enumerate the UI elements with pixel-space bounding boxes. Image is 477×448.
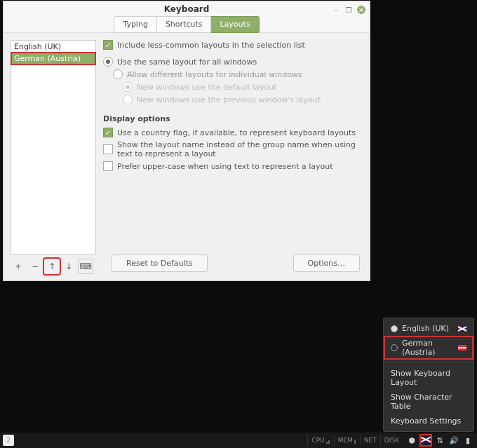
settings-panel: ✓ Include less-common layouts in the sel… [103, 40, 363, 274]
disk-label: DISK [384, 437, 399, 444]
flag-uk-icon [421, 437, 431, 444]
keyboard-settings-window: Keyboard – ❐ ✕ Typing Shortcuts Layouts … [3, 1, 370, 281]
options-button[interactable]: Options… [293, 254, 360, 272]
include-less-common-row[interactable]: ✓ Include less-common layouts in the sel… [103, 40, 363, 50]
display-options-heading: Display options [103, 114, 363, 123]
minimize-button[interactable]: – [332, 6, 340, 14]
use-flag-label: Use a country flag, if available, to rep… [117, 128, 356, 137]
net-monitor[interactable]: NET [360, 435, 380, 446]
popup-show-keyboard-layout[interactable]: Show Keyboard Layout [384, 366, 473, 390]
new-default-radio [123, 82, 133, 92]
include-less-common-checkbox[interactable]: ✓ [103, 40, 113, 50]
reset-defaults-button[interactable]: Reset to Defaults [112, 254, 208, 272]
layout-item-german-austria[interactable]: German (Austria) [11, 52, 96, 65]
prefer-upper-label: Prefer upper-case when using text to rep… [117, 162, 333, 171]
prefer-upper-checkbox[interactable] [103, 161, 113, 171]
taskbar-app-button[interactable]: 2 [3, 435, 14, 446]
new-default-row: New windows use the default layout [123, 82, 363, 92]
cpu-bars-icon [326, 437, 330, 444]
tab-typing[interactable]: Typing [114, 16, 157, 33]
new-previous-radio [123, 95, 133, 104]
tab-layouts[interactable]: Layouts [211, 16, 259, 33]
allow-diff-row[interactable]: Allow different layouts for individual w… [113, 69, 363, 79]
same-layout-label: Use the same layout for all windows [117, 57, 257, 67]
add-layout-button[interactable]: + [11, 259, 26, 274]
allow-diff-radio[interactable] [113, 69, 123, 79]
popup-action-label: Show Character Table [391, 393, 466, 411]
shield-icon[interactable]: ⬢ [407, 435, 417, 445]
tray-end-icon[interactable]: ▮ [463, 435, 473, 445]
same-layout-radio[interactable] [103, 57, 113, 67]
maximize-button[interactable]: ❐ [344, 6, 353, 14]
popup-action-label: Keyboard Settings [391, 416, 461, 426]
new-previous-row: New windows use the previous window's la… [123, 95, 363, 104]
include-less-common-label: Include less-common layouts in the selec… [117, 41, 305, 50]
popup-action-label: Show Keyboard Layout [391, 369, 466, 387]
layout-indicator-menu: English (UK) German (Austria) Show Keybo… [383, 318, 474, 432]
show-layout-name-row[interactable]: Show the layout name instead of the grou… [103, 140, 363, 158]
move-up-button[interactable]: ↑ [44, 259, 60, 274]
popup-show-character-table[interactable]: Show Character Table [384, 390, 473, 414]
new-previous-label: New windows use the previous window's la… [137, 95, 321, 104]
mem-label: MEM [338, 437, 353, 444]
tab-bar: Typing Shortcuts Layouts [4, 16, 370, 33]
cpu-label: CPU [311, 437, 324, 444]
layout-list[interactable]: English (UK) German (Austria) [11, 40, 96, 254]
popup-layout-label: English (UK) [402, 324, 449, 333]
tab-shortcuts[interactable]: Shortcuts [157, 16, 212, 33]
mem-monitor[interactable]: MEM [334, 435, 360, 446]
network-icon[interactable]: ⇅ [435, 435, 445, 445]
keyboard-layout-indicator[interactable] [421, 435, 431, 445]
use-flag-row[interactable]: ✓ Use a country flag, if available, to r… [103, 128, 363, 137]
preview-layout-button[interactable]: ⌨ [78, 259, 93, 274]
mem-bars-icon [354, 437, 356, 444]
taskbar: 2 CPU MEM NET DISK ⬢ ⇅ 🔊 ▮ [0, 433, 477, 448]
popup-layout-label: German (Austria) [402, 339, 454, 357]
system-tray: ⬢ ⇅ 🔊 ▮ [403, 435, 477, 445]
same-layout-row[interactable]: Use the same layout for all windows [103, 57, 363, 67]
titlebar: Keyboard – ❐ ✕ Typing Shortcuts Layouts [4, 1, 370, 33]
window-controls: – ❐ ✕ [332, 6, 365, 14]
remove-layout-button[interactable]: − [27, 259, 43, 274]
show-layout-name-checkbox[interactable] [103, 144, 113, 154]
flag-uk-icon [458, 326, 466, 332]
flag-at-icon [458, 345, 466, 351]
cpu-monitor[interactable]: CPU [307, 435, 333, 446]
use-flag-checkbox[interactable]: ✓ [103, 128, 113, 137]
popup-separator [384, 362, 473, 363]
window-body: English (UK) German (Austria) + − ↑ ↓ ⌨ … [4, 33, 370, 281]
footer-buttons: Options… [293, 254, 360, 272]
net-label: NET [364, 437, 377, 444]
allow-diff-label: Allow different layouts for individual w… [127, 70, 302, 79]
show-layout-name-label: Show the layout name instead of the grou… [117, 140, 363, 158]
layout-item-english-uk[interactable]: English (UK) [11, 41, 95, 53]
new-default-label: New windows use the default layout [137, 83, 277, 92]
window-title: Keyboard [4, 1, 370, 14]
popup-layout-english-uk[interactable]: English (UK) [384, 321, 473, 336]
layout-toolbar: + − ↑ ↓ ⌨ [11, 259, 96, 274]
disk-monitor[interactable]: DISK [380, 435, 403, 446]
close-button[interactable]: ✕ [357, 6, 365, 14]
popup-keyboard-settings[interactable]: Keyboard Settings [384, 414, 473, 428]
popup-radio-selected-icon [391, 325, 398, 332]
popup-layout-german-austria[interactable]: German (Austria) [384, 336, 473, 360]
move-down-button[interactable]: ↓ [61, 259, 76, 274]
prefer-upper-row[interactable]: Prefer upper-case when using text to rep… [103, 161, 363, 171]
popup-radio-icon [391, 344, 398, 351]
volume-icon[interactable]: 🔊 [449, 435, 459, 445]
layout-side-panel: English (UK) German (Austria) + − ↑ ↓ ⌨ [11, 40, 96, 274]
